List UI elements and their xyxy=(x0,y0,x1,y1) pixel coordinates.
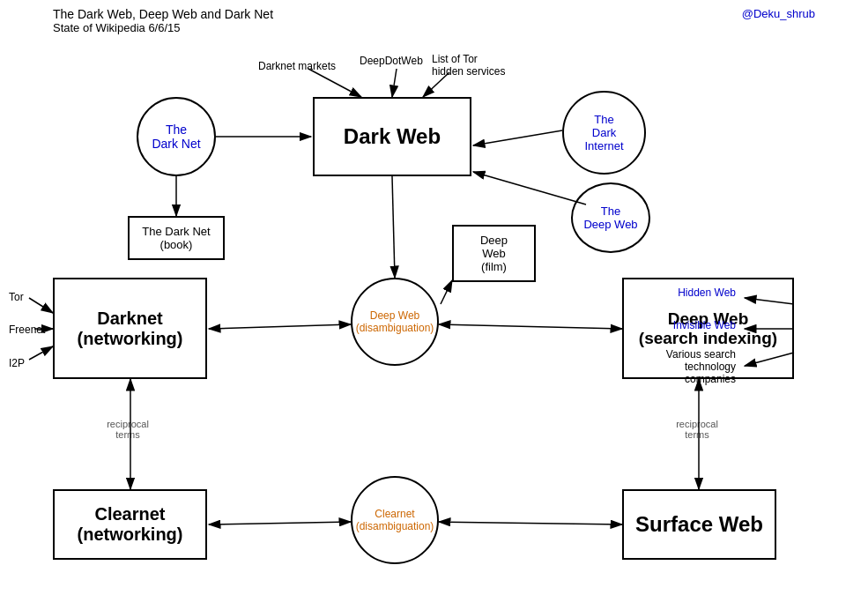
svg-line-6 xyxy=(392,69,397,97)
dark-web-box: Dark Web xyxy=(313,97,471,176)
svg-line-4 xyxy=(473,172,586,205)
darknet-markets-label: Darknet markets xyxy=(258,60,336,72)
svg-line-9 xyxy=(392,176,395,278)
hidden-web-label: Hidden Web xyxy=(678,286,736,299)
svg-line-13 xyxy=(29,298,53,313)
tor-label: Tor xyxy=(9,291,24,303)
i2p-label: I2P xyxy=(9,357,25,369)
deepdotweb-label: DeepDotWeb xyxy=(360,55,423,67)
dark-net-circle: TheDark Net xyxy=(137,97,216,176)
attribution: @Deku_shrub xyxy=(742,7,815,20)
clearnet-disambig-circle: Clearnet(disambiguation) xyxy=(351,476,439,564)
svg-line-10 xyxy=(441,280,452,304)
title-sub: State of Wikipedia 6/6/15 xyxy=(53,21,273,34)
list-tor-label: List of Torhidden services xyxy=(432,53,505,78)
deep-web-circle: TheDeep Web xyxy=(571,182,650,253)
invisible-web-label: Invisible Web xyxy=(673,319,736,331)
dark-internet-circle: TheDarkInternet xyxy=(562,91,646,175)
surface-web-box: Surface Web xyxy=(622,489,776,560)
svg-line-22 xyxy=(439,522,622,524)
freenet-label: Freenet xyxy=(9,324,45,336)
various-search-label: Various search technology companies xyxy=(639,348,736,385)
svg-line-12 xyxy=(439,324,622,329)
title-main: The Dark Web, Deep Web and Dark Net xyxy=(53,7,273,21)
svg-line-5 xyxy=(308,69,361,97)
reciprocal-right-label: reciprocalterms xyxy=(657,419,737,440)
darknet-networking-box: Darknet(networking) xyxy=(53,278,207,379)
deep-web-disambig-circle: Deep Web(disambiguation) xyxy=(351,278,439,366)
deep-web-film-box: DeepWeb(film) xyxy=(452,225,536,282)
dark-net-book-box: The Dark Net(book) xyxy=(128,216,225,260)
svg-line-3 xyxy=(473,130,562,145)
svg-line-15 xyxy=(29,346,53,360)
svg-line-21 xyxy=(209,522,351,524)
clearnet-networking-box: Clearnet(networking) xyxy=(53,489,207,560)
reciprocal-left-label: reciprocalterms xyxy=(88,419,167,440)
svg-line-11 xyxy=(209,324,351,329)
title-block: The Dark Web, Deep Web and Dark Net Stat… xyxy=(53,7,273,34)
